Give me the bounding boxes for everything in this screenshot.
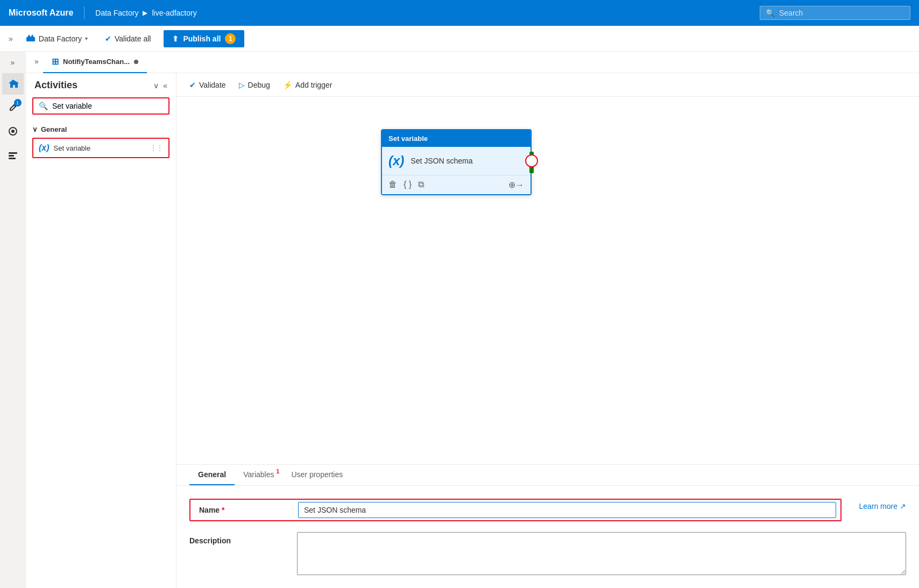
- bottom-panel: General Variables 1 User properties: [176, 464, 919, 588]
- copy-icon[interactable]: ⧉: [418, 180, 424, 190]
- name-input[interactable]: [298, 502, 836, 518]
- tab-general-label: General: [198, 470, 226, 479]
- collapse-sidebar-button[interactable]: »: [6, 56, 19, 69]
- svg-marker-2: [31, 34, 34, 37]
- name-field-row: Name * Learn more ↗: [189, 499, 906, 521]
- activities-title: Activities: [34, 80, 77, 91]
- section-label: General: [41, 125, 67, 133]
- activity-set-variable[interactable]: (x) Set variable ⋮⋮: [32, 138, 169, 158]
- top-nav: Microsoft Azure Data Factory ▶ live-adfa…: [0, 0, 919, 26]
- breadcrumb-item-1: Data Factory: [95, 9, 138, 17]
- data-factory-menu[interactable]: Data Factory ▾: [22, 31, 92, 46]
- validate-all-label: Validate all: [115, 34, 151, 43]
- section-general-header[interactable]: ∨ General: [32, 123, 169, 136]
- pipeline-tab[interactable]: ⊞ NotifiyTeamsChan...: [43, 52, 147, 73]
- sidebar-item-monitor[interactable]: [2, 121, 24, 142]
- main-toolbar: » Data Factory ▾ ✔ Validate all ⬆ Publis…: [0, 26, 919, 52]
- minimize-icon[interactable]: «: [163, 81, 167, 90]
- delete-icon[interactable]: 🗑: [388, 180, 397, 190]
- search-icon: 🔍: [39, 102, 48, 110]
- add-trigger-button[interactable]: ⚡ Add trigger: [283, 81, 332, 89]
- pipeline-tab-label: NotifiyTeamsChan...: [63, 58, 130, 66]
- description-input[interactable]: [297, 532, 906, 575]
- activities-controls[interactable]: ∨ «: [153, 81, 167, 90]
- collapse-icon[interactable]: ∨: [153, 81, 159, 90]
- description-field-row: Description: [189, 532, 906, 575]
- svg-point-4: [11, 130, 15, 133]
- tab-general[interactable]: General: [189, 465, 235, 485]
- json-icon[interactable]: { }: [404, 180, 412, 190]
- variables-badge: 1: [276, 468, 279, 474]
- name-label: Name *: [190, 506, 298, 514]
- expand-tab-button[interactable]: »: [30, 55, 43, 68]
- tab-unsaved-dot: [134, 60, 138, 64]
- tab-user-properties-label: User properties: [291, 470, 343, 479]
- sidebar-item-manage[interactable]: [2, 144, 24, 166]
- add-trigger-label: Add trigger: [295, 81, 332, 89]
- publish-badge: 1: [225, 33, 236, 44]
- svg-rect-0: [26, 37, 35, 41]
- activities-header: Activities ∨ «: [26, 73, 176, 97]
- svg-rect-6: [9, 155, 14, 157]
- expand-icon[interactable]: »: [9, 34, 13, 43]
- action-bar: ✔ Validate ▷ Debug ⚡ Add trigger: [176, 73, 919, 97]
- pipeline-tab-icon: ⊞: [52, 56, 59, 67]
- set-variable-icon: (x): [39, 143, 50, 153]
- chevron-down-icon: ∨: [32, 125, 38, 133]
- canvas-card-activity-icon: (x): [388, 153, 404, 168]
- publish-label: Publish all: [183, 34, 221, 43]
- search-icon: 🔍: [766, 9, 775, 17]
- canvas-card-header: Set variable: [382, 130, 531, 147]
- breadcrumb-item-2: live-adfactory: [152, 9, 196, 17]
- data-factory-label: Data Factory: [39, 34, 82, 43]
- canvas-card-name: Set JSON schema: [411, 157, 472, 165]
- activities-search-box[interactable]: 🔍: [32, 97, 169, 115]
- svg-rect-7: [9, 158, 16, 159]
- author-badge: 1: [14, 99, 22, 107]
- validate-button[interactable]: ✔ Validate: [189, 81, 226, 89]
- canvas[interactable]: Set variable (x) Set JSON schema 🗑 { } ⧉…: [176, 97, 919, 464]
- name-required-star: *: [222, 506, 224, 514]
- connect-arrow-icon[interactable]: ⊕→: [508, 180, 524, 190]
- svg-rect-5: [9, 152, 17, 154]
- search-box[interactable]: 🔍: [760, 6, 910, 20]
- app-layout: » 1 » ⊞ NotifiyTeamsChan...: [0, 52, 919, 588]
- factory-icon: [26, 33, 36, 44]
- bottom-tabs: General Variables 1 User properties: [176, 465, 919, 486]
- sidebar-item-home[interactable]: [2, 73, 24, 95]
- debug-play-icon: ▷: [239, 81, 245, 89]
- breadcrumb-arrow: ▶: [143, 9, 147, 17]
- trigger-icon: ⚡: [283, 81, 292, 89]
- debug-button[interactable]: ▷ Debug: [239, 81, 270, 89]
- nav-divider: [84, 6, 84, 19]
- activities-section-general: ∨ General (x) Set variable ⋮⋮: [26, 119, 176, 165]
- canvas-area: ✔ Validate ▷ Debug ⚡ Add trigger: [176, 73, 919, 588]
- debug-label: Debug: [248, 81, 270, 89]
- sidebar-item-author[interactable]: 1: [2, 97, 24, 118]
- learn-more-link[interactable]: Learn more ↗: [859, 499, 906, 511]
- publish-all-button[interactable]: ⬆ Publish all 1: [164, 30, 244, 47]
- activities-panel: Activities ∨ « 🔍 ∨ General: [26, 73, 176, 588]
- validate-checkmark-icon: ✔: [189, 81, 196, 89]
- activities-search-input[interactable]: [52, 102, 163, 110]
- learn-more-label: Learn more: [859, 502, 897, 511]
- search-input[interactable]: [779, 9, 904, 17]
- tab-user-properties[interactable]: User properties: [282, 465, 351, 485]
- external-link-icon: ↗: [900, 502, 906, 511]
- checkmark-icon: ✔: [105, 34, 111, 43]
- validate-all-button[interactable]: ✔ Validate all: [101, 32, 155, 45]
- description-label: Description: [189, 532, 297, 545]
- svg-marker-1: [27, 34, 31, 37]
- upload-icon: ⬆: [172, 34, 179, 43]
- content-area: » ⊞ NotifiyTeamsChan... Activities ∨ «: [26, 52, 919, 588]
- sidebar-icons: » 1: [0, 52, 26, 588]
- tab-variables[interactable]: Variables 1: [235, 465, 282, 485]
- canvas-activity-card[interactable]: Set variable (x) Set JSON schema 🗑 { } ⧉…: [381, 129, 532, 195]
- drag-handle-icon[interactable]: ⋮⋮: [150, 144, 163, 152]
- canvas-circle-indicator: [525, 154, 538, 167]
- validate-label: Validate: [199, 81, 226, 89]
- tab-bar: » ⊞ NotifiyTeamsChan...: [26, 52, 919, 73]
- activity-label: Set variable: [54, 144, 91, 152]
- bottom-form: Name * Learn more ↗: [189, 499, 906, 575]
- chevron-down-icon: ▾: [85, 36, 88, 41]
